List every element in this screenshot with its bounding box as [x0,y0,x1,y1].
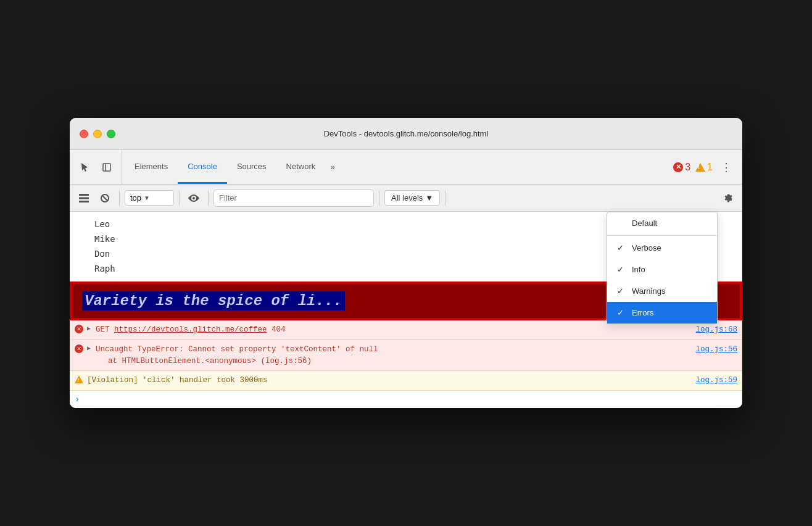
svg-rect-4 [79,201,89,202]
tab-network[interactable]: Network [276,150,326,184]
console-prompt-icon: › [75,394,80,404]
tab-console[interactable]: Console [178,150,227,184]
tab-sources[interactable]: Sources [227,150,276,184]
dropdown-divider [607,235,717,236]
more-options-button[interactable]: ⋮ [718,159,735,176]
error-icon: ✕ [673,162,683,172]
tab-icons [75,150,122,184]
titlebar: DevTools - devtools.glitch.me/console/lo… [70,118,742,150]
settings-button[interactable] [719,189,737,207]
tabsbar-right: ✕ 3 ! 1 ⋮ [673,150,737,184]
console-toolbar: top ▼ All levels ▼ Default [70,185,742,212]
filter-input[interactable] [213,190,374,207]
error-message-2: Uncaught TypeError: Cannot set property … [96,344,692,367]
svg-rect-3 [79,197,89,199]
context-selector[interactable]: top ▼ [125,190,174,206]
toolbar-divider-2 [179,191,180,206]
devtools-window: DevTools - devtools.glitch.me/console/lo… [70,118,742,408]
sidebar-toggle-button[interactable] [75,189,93,207]
traffic-lights [80,130,115,138]
error-source-link-2[interactable]: log.js:56 [695,344,737,356]
log-level-dropdown: Default ✓ Verbose ✓ Info ✓ Warnings ✓ Er… [607,212,718,324]
toolbar-divider-1 [119,191,120,206]
svg-rect-2 [79,194,89,196]
variety-text: Variety is the spice of li... [82,291,345,311]
svg-rect-0 [103,164,110,171]
toolbar-divider-4 [379,191,379,206]
svg-line-6 [102,196,107,201]
errors-check-icon: ✓ [617,308,627,317]
dropdown-item-warnings[interactable]: ✓ Warnings [607,280,717,302]
error-url-link[interactable]: https://devtools.glitch.me/coffee [114,325,267,334]
close-button[interactable] [80,130,88,138]
dock-icon[interactable] [97,157,117,177]
context-arrow-icon: ▼ [144,194,150,201]
tabsbar: Elements Console Sources Network » ✕ 3 ! [70,150,742,185]
verbose-check-icon: ✓ [617,243,627,253]
info-check-icon: ✓ [617,265,627,274]
warnings-check-icon: ✓ [617,286,627,296]
expand-icon[interactable]: ▶ [87,324,91,333]
live-expressions-button[interactable] [184,189,203,207]
maximize-button[interactable] [107,130,115,138]
console-input-row: › [70,391,742,408]
warning-source-link[interactable]: log.js:59 [695,375,737,386]
tab-more[interactable]: » [325,150,339,184]
expand-icon-2[interactable]: ▶ [87,344,91,353]
all-levels-arrow-icon: ▼ [425,193,433,202]
console-row-error-2[interactable]: ✕ ▶ Uncaught TypeError: Cannot set prope… [70,340,742,372]
warning-badge: ! 1 [695,162,713,173]
warning-icon: ! [75,375,83,383]
error-badge: ✕ 3 [673,162,690,173]
error-source-link-1[interactable]: log.js:68 [695,324,737,336]
window-title: DevTools - devtools.glitch.me/console/lo… [324,129,489,138]
toolbar-divider-3 [208,191,209,206]
cursor-icon[interactable] [75,157,94,177]
minimize-button[interactable] [93,130,102,138]
toolbar-divider-5 [445,191,445,206]
error-message: GET https://devtools.glitch.me/coffee 40… [96,324,692,336]
dropdown-item-errors[interactable]: ✓ Errors [607,302,717,324]
clear-console-button[interactable] [96,189,114,207]
warning-message: [Violation] 'click' handler took 3000ms [87,375,692,386]
error-icon: ✕ [75,325,83,333]
dropdown-item-default[interactable]: Default [607,212,717,234]
error-icon-2: ✕ [75,344,83,353]
tab-elements[interactable]: Elements [125,150,178,184]
log-level-button[interactable]: All levels ▼ [384,190,440,206]
console-row-warning[interactable]: ! [Violation] 'click' handler took 3000m… [70,371,742,391]
dropdown-item-info[interactable]: ✓ Info [607,259,717,280]
dropdown-item-verbose[interactable]: ✓ Verbose [607,237,717,259]
